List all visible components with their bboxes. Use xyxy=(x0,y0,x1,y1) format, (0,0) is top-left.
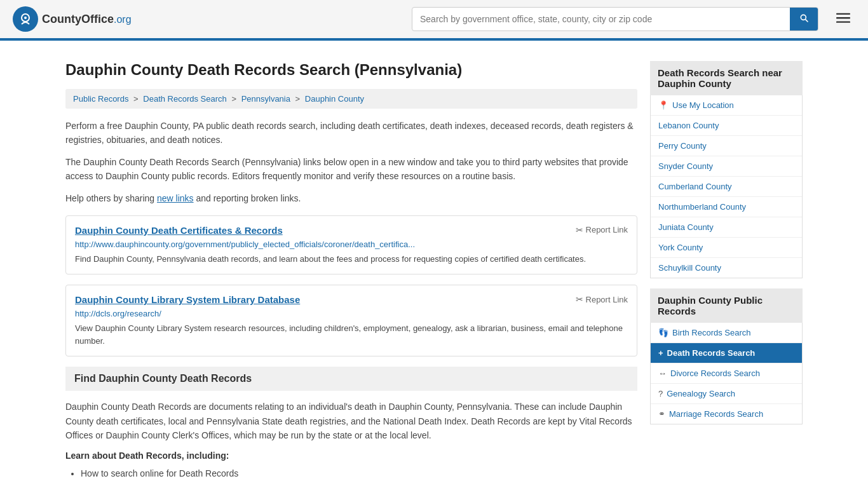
birth-records-icon: 👣 xyxy=(658,328,668,337)
schuylkill-county-link[interactable]: Schuylkill County xyxy=(658,263,721,273)
link-card-1: Dauphin County Library System Library Da… xyxy=(65,285,637,356)
new-links-link[interactable]: new links xyxy=(157,193,194,203)
report-link-1[interactable]: ✂ Report Link xyxy=(576,294,628,304)
link-title-1[interactable]: Dauphin County Library System Library Da… xyxy=(75,294,300,305)
snyder-county-link[interactable]: Snyder County xyxy=(658,161,713,171)
logo[interactable]: CountyOffice.org xyxy=(13,6,132,32)
york-county-link[interactable]: York County xyxy=(658,243,703,252)
logo-text: CountyOffice.org xyxy=(42,13,132,26)
description-area: Perform a free Dauphin County, PA public… xyxy=(65,119,637,205)
link-url-0[interactable]: http://www.dauphincounty.org/government/… xyxy=(75,240,628,249)
breadcrumb-death-records[interactable]: Death Records Search xyxy=(143,94,227,104)
find-section-heading: Find Dauphin County Death Records xyxy=(65,367,637,391)
description-3: Help others by sharing new links and rep… xyxy=(65,191,637,205)
divorce-records-icon: ↔ xyxy=(658,369,667,378)
public-records-section: Dauphin County Public Records 👣 Birth Re… xyxy=(650,288,803,424)
search-button[interactable] xyxy=(790,8,818,30)
nearby-county-6[interactable]: York County xyxy=(651,238,802,258)
svg-point-1 xyxy=(24,17,27,19)
juniata-county-link[interactable]: Juniata County xyxy=(658,222,714,232)
search-input[interactable] xyxy=(412,9,790,29)
svg-rect-2 xyxy=(836,13,850,14)
page-title: Dauphin County Death Records Search (Pen… xyxy=(65,61,637,79)
nearby-county-0[interactable]: Lebanon County xyxy=(651,116,802,136)
public-records-item-0[interactable]: 👣 Birth Records Search xyxy=(651,323,802,343)
content-area: Dauphin County Death Records Search (Pen… xyxy=(65,61,637,482)
header: CountyOffice.org xyxy=(0,0,868,40)
lebanon-county-link[interactable]: Lebanon County xyxy=(658,121,719,130)
nearby-county-5[interactable]: Juniata County xyxy=(651,217,802,238)
public-records-item-2[interactable]: ↔ Divorce Records Search xyxy=(651,363,802,384)
bullet-item-0: How to search online for Death Records xyxy=(81,466,637,482)
link-desc-1: View Dauphin County Library System resea… xyxy=(75,322,628,347)
nearby-county-4[interactable]: Northumberland County xyxy=(651,197,802,217)
breadcrumb-dauphin[interactable]: Dauphin County xyxy=(305,94,364,104)
public-records-item-4[interactable]: ⚭ Marriage Records Search xyxy=(651,404,802,424)
nearby-section: Death Records Search near Dauphin County… xyxy=(650,61,803,278)
marriage-records-icon: ⚭ xyxy=(658,409,665,419)
logo-icon xyxy=(13,6,38,32)
bullet-list: How to search online for Death Records xyxy=(65,466,637,482)
nearby-county-7[interactable]: Schuylkill County xyxy=(651,258,802,278)
report-link-0[interactable]: ✂ Report Link xyxy=(576,225,628,235)
find-sub-heading: Learn about Death Records, including: xyxy=(65,451,637,461)
link-desc-0: Find Dauphin County, Pennsylvania death … xyxy=(75,253,628,266)
breadcrumb-public-records[interactable]: Public Records xyxy=(73,94,128,104)
public-records-item-1[interactable]: + Death Records Search xyxy=(651,343,802,363)
location-pin-icon: 📍 xyxy=(658,100,668,110)
svg-rect-3 xyxy=(836,17,850,18)
link-title-0[interactable]: Dauphin County Death Certificates & Reco… xyxy=(75,225,283,236)
perry-county-link[interactable]: Perry County xyxy=(658,141,707,151)
link-card-0: Dauphin County Death Certificates & Reco… xyxy=(65,215,637,275)
nearby-title: Death Records Search near Dauphin County xyxy=(650,61,803,95)
breadcrumb-pennsylvania[interactable]: Pennsylvania xyxy=(241,94,290,104)
northumberland-county-link[interactable]: Northumberland County xyxy=(658,202,746,212)
description-2: The Dauphin County Death Records Search … xyxy=(65,155,637,184)
death-records-link[interactable]: Death Records Search xyxy=(667,348,756,358)
nearby-county-2[interactable]: Snyder County xyxy=(651,156,802,177)
death-records-icon: + xyxy=(658,348,663,358)
nearby-list: 📍 Use My Location Lebanon County Perry C… xyxy=(650,95,803,278)
find-body-text: Dauphin County Death Records are documen… xyxy=(65,400,637,442)
public-records-list: 👣 Birth Records Search + Death Records S… xyxy=(650,323,803,424)
breadcrumb: Public Records > Death Records Search > … xyxy=(65,89,637,109)
report-icon-0: ✂ xyxy=(576,225,583,235)
marriage-records-link[interactable]: Marriage Records Search xyxy=(669,409,763,419)
search-bar xyxy=(412,7,818,31)
genealogy-icon: ? xyxy=(658,389,663,398)
divorce-records-link[interactable]: Divorce Records Search xyxy=(670,369,760,378)
birth-records-link[interactable]: Birth Records Search xyxy=(672,328,751,337)
report-icon-1: ✂ xyxy=(576,294,583,304)
nearby-county-3[interactable]: Cumberland County xyxy=(651,177,802,197)
public-records-title: Dauphin County Public Records xyxy=(650,288,803,323)
menu-button[interactable] xyxy=(831,8,855,30)
cumberland-county-link[interactable]: Cumberland County xyxy=(658,182,732,191)
header-divider xyxy=(0,40,868,41)
svg-rect-4 xyxy=(836,21,850,22)
use-my-location-link[interactable]: Use My Location xyxy=(672,100,734,110)
public-records-item-3[interactable]: ? Genealogy Search xyxy=(651,384,802,404)
genealogy-link[interactable]: Genealogy Search xyxy=(667,389,735,398)
description-1: Perform a free Dauphin County, PA public… xyxy=(65,119,637,147)
nearby-county-1[interactable]: Perry County xyxy=(651,136,802,156)
sidebar: Death Records Search near Dauphin County… xyxy=(650,61,803,482)
main-container: Dauphin County Death Records Search (Pen… xyxy=(53,48,815,488)
link-url-1[interactable]: http://dcls.org/research/ xyxy=(75,309,628,318)
use-my-location-item[interactable]: 📍 Use My Location xyxy=(651,95,802,116)
